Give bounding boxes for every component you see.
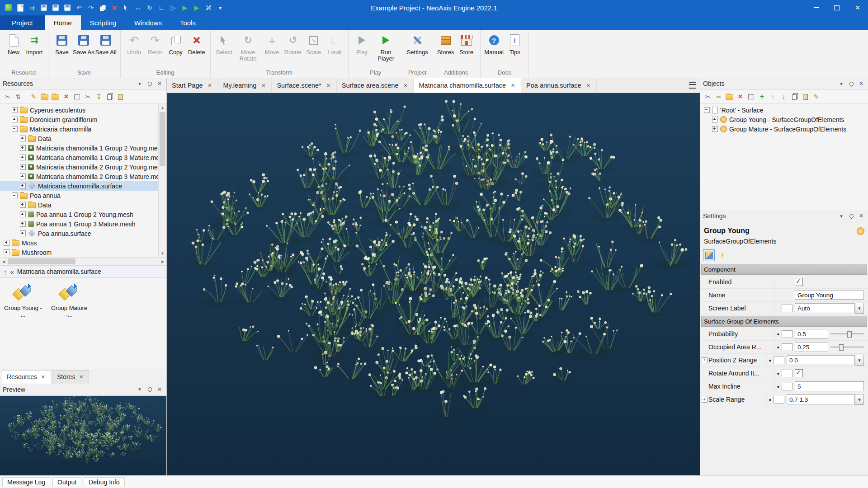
import-icon[interactable]	[27, 3, 37, 13]
copy-button[interactable]: Copy	[166, 33, 186, 56]
panel-menu-icon[interactable]	[837, 80, 845, 88]
play-icon[interactable]	[180, 3, 190, 13]
close-icon[interactable]	[156, 385, 164, 394]
tab-resources[interactable]: Resources	[2, 370, 51, 384]
collapse-icon[interactable]	[12, 126, 18, 132]
maximize-button[interactable]	[826, 0, 847, 15]
tree-item[interactable]: Moss	[0, 238, 159, 248]
collapse-icon[interactable]	[12, 192, 18, 198]
vertical-scrollbar[interactable]: ▲ ▼	[158, 104, 166, 257]
rotate-button[interactable]: Rotate	[283, 33, 303, 56]
panel-menu-icon[interactable]	[837, 212, 845, 220]
probability-slider[interactable]	[830, 330, 864, 338]
doc-tab-start-page[interactable]: Start Page	[167, 78, 218, 93]
move-down-icon[interactable]	[779, 92, 788, 102]
output-button[interactable]: Output	[52, 477, 81, 487]
dropdown-arrow-icon[interactable]	[855, 355, 864, 366]
move-icon[interactable]	[133, 3, 143, 13]
3d-viewport[interactable]	[167, 93, 700, 476]
expand-icon[interactable]	[20, 183, 26, 189]
expand-icon[interactable]	[12, 107, 18, 113]
value-box[interactable]	[774, 396, 784, 404]
doc-tab-matricaria-surface[interactable]: Matricaria chamomilla.surface	[414, 78, 521, 93]
properties-tab[interactable]	[703, 249, 715, 261]
delete-icon[interactable]	[736, 92, 745, 102]
delete-icon[interactable]	[61, 92, 71, 102]
panel-menu-icon[interactable]	[136, 80, 144, 88]
pin-icon[interactable]	[847, 80, 855, 88]
doc-tab-my-learning[interactable]: My.learning	[218, 78, 272, 93]
select-frame-icon[interactable]	[72, 92, 82, 102]
run-player-button[interactable]: Run Player	[373, 33, 399, 62]
occupied-area-input[interactable]: 0.25	[795, 342, 828, 352]
delete-icon[interactable]	[109, 3, 119, 13]
undo-icon[interactable]	[74, 3, 84, 13]
cut-icon[interactable]	[83, 92, 93, 102]
doc-tab-surface-area-scene[interactable]: Surface area.scene	[337, 78, 414, 93]
undo-button[interactable]: Undo	[124, 33, 144, 56]
probability-input[interactable]: 0.5	[795, 329, 828, 339]
import-button[interactable]: Import	[24, 33, 44, 56]
play-button[interactable]: Play	[352, 33, 372, 56]
new-folder-icon[interactable]	[40, 92, 49, 102]
slider-thumb[interactable]	[839, 344, 844, 351]
rotate-around-checkbox[interactable]	[795, 369, 803, 377]
tree-item[interactable]: Mushroom	[0, 248, 159, 257]
move-up-icon[interactable]	[768, 92, 778, 102]
expand-icon[interactable]	[20, 174, 26, 179]
panel-menu-icon[interactable]	[136, 385, 144, 394]
tree-item[interactable]: Matricaria chamomilla 2 Group 2 Young.me…	[0, 162, 159, 172]
value-box[interactable]	[782, 383, 793, 390]
tree-item-selected[interactable]: Matricaria chamomilla.surface	[0, 181, 159, 191]
scroll-right-icon[interactable]: ▶	[159, 258, 166, 265]
delete-button[interactable]: Delete	[187, 33, 207, 56]
select-icon[interactable]	[121, 3, 131, 13]
copy-icon[interactable]	[98, 3, 108, 13]
scrollbar-thumb[interactable]	[160, 112, 165, 166]
create-object-icon[interactable]	[757, 92, 767, 102]
close-icon[interactable]	[207, 82, 213, 89]
save-as-icon[interactable]	[51, 3, 61, 13]
redo-icon[interactable]	[86, 3, 96, 13]
menu-tab-windows[interactable]: Windows	[125, 15, 171, 30]
redo-button[interactable]: Redo	[145, 33, 165, 56]
debug-info-button[interactable]: Debug Info	[84, 477, 125, 487]
settings-tools-icon[interactable]	[3, 92, 12, 102]
tree-item[interactable]: Cyperus esculentus	[0, 105, 159, 115]
max-incline-input[interactable]: 5	[795, 381, 864, 391]
expand-icon[interactable]	[20, 145, 26, 151]
tree-item[interactable]: Doronicum grandiflorum	[0, 115, 159, 124]
close-icon[interactable]	[857, 212, 865, 220]
dropdown-arrow-icon[interactable]	[855, 303, 864, 314]
events-tab[interactable]	[717, 249, 728, 261]
save-as-button[interactable]: Save As	[73, 33, 94, 56]
expand-icon[interactable]	[700, 393, 708, 406]
paste-icon[interactable]	[801, 92, 810, 102]
close-icon[interactable]	[326, 82, 331, 89]
edit-icon[interactable]	[811, 92, 821, 102]
new-button[interactable]: New	[4, 33, 24, 56]
close-icon[interactable]	[585, 82, 591, 89]
group-item[interactable]: Group Young - ...	[4, 283, 42, 318]
message-log-button[interactable]: Message Log	[2, 477, 50, 487]
back-icon[interactable]	[10, 268, 14, 276]
close-icon[interactable]	[156, 80, 164, 88]
value-box[interactable]	[782, 330, 793, 338]
tree-item[interactable]: Poa annua.surface	[0, 229, 159, 238]
value-box[interactable]	[782, 343, 793, 351]
local-button[interactable]: Local	[325, 33, 344, 56]
cut-icon[interactable]	[703, 92, 712, 102]
rotate-icon[interactable]	[145, 3, 155, 13]
value-box[interactable]	[782, 305, 793, 312]
close-icon[interactable]	[78, 374, 84, 380]
import-file-icon[interactable]	[94, 92, 104, 102]
move-button[interactable]: Move	[262, 33, 282, 56]
save-all-icon[interactable]	[62, 3, 72, 13]
tools-icon[interactable]	[203, 3, 213, 13]
tree-item[interactable]: Data	[0, 134, 159, 143]
manual-button[interactable]: Manual	[484, 33, 504, 56]
collapse-icon[interactable]	[704, 107, 710, 113]
expand-icon[interactable]	[700, 354, 708, 366]
scroll-up-icon[interactable]: ▲	[159, 104, 166, 111]
tree-item[interactable]: Poa annua	[0, 191, 159, 200]
